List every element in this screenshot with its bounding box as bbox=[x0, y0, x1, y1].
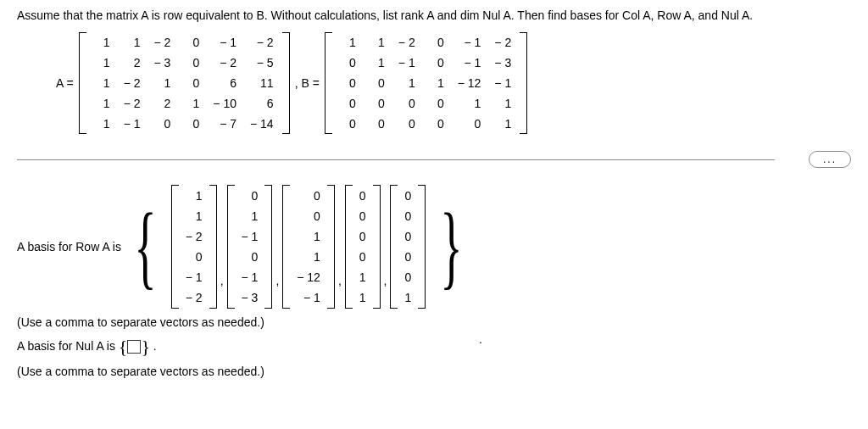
matrix-cell: 1 bbox=[487, 114, 518, 134]
matrix-cell: 0 bbox=[334, 93, 363, 114]
matrix-cell: 0 bbox=[334, 53, 363, 73]
vector-cell: 0 bbox=[236, 187, 264, 205]
matrix-cell: 1 bbox=[363, 32, 392, 53]
vector-cell: 1 bbox=[236, 207, 264, 226]
matrix-cell: − 3 bbox=[487, 53, 518, 73]
matrix-cell: 11 bbox=[243, 73, 281, 93]
column-vector: 0011− 12− 1 bbox=[282, 185, 335, 309]
matrix-cell: 0 bbox=[177, 114, 206, 134]
matrix-cell: − 1 bbox=[206, 32, 243, 53]
matrix-a: 11− 20− 1− 212− 30− 2− 51− 2106111− 221−… bbox=[79, 32, 290, 134]
matrix-cell: − 1 bbox=[451, 32, 488, 53]
matrix-cell: 1 bbox=[363, 53, 392, 73]
vector-cell: 0 bbox=[399, 207, 416, 226]
matrix-cell: 1 bbox=[88, 114, 117, 134]
vector-cell: − 3 bbox=[236, 288, 264, 307]
vector-cell: 0 bbox=[354, 248, 371, 266]
matrix-cell: 0 bbox=[363, 93, 392, 114]
matrix-b: 11− 20− 1− 201− 10− 1− 30011− 12− 100001… bbox=[325, 32, 527, 134]
left-brace-icon: { bbox=[134, 207, 156, 287]
column-vector: 01− 10− 1− 3 bbox=[227, 185, 273, 309]
comma: , bbox=[275, 274, 279, 287]
nul-basis-label: A basis for Nul A is bbox=[17, 339, 115, 353]
matrix-cell: 0 bbox=[334, 73, 363, 93]
vector-cell: − 1 bbox=[236, 227, 264, 246]
matrix-cell: − 7 bbox=[206, 114, 243, 134]
vector-cell: 0 bbox=[354, 227, 371, 246]
matrix-cell: 1 bbox=[451, 93, 488, 114]
right-brace-small-icon: } bbox=[141, 336, 150, 357]
matrix-cell: 1 bbox=[88, 53, 117, 73]
vector-cell: − 1 bbox=[181, 268, 208, 287]
matrix-cell: 0 bbox=[177, 32, 206, 53]
vector-cell: 0 bbox=[399, 268, 416, 287]
matrix-cell: − 1 bbox=[117, 114, 147, 134]
matrix-cell: 0 bbox=[422, 32, 451, 53]
matrix-cell: 0 bbox=[363, 114, 392, 134]
column-vector: 000001 bbox=[390, 185, 426, 309]
matrices-row: A = 11− 20− 1− 212− 30− 2− 51− 2106111− … bbox=[51, 32, 851, 134]
matrix-cell: − 2 bbox=[392, 32, 422, 53]
nul-period: . bbox=[153, 339, 157, 353]
divider bbox=[17, 159, 775, 160]
vector-cell: 1 bbox=[354, 288, 371, 307]
nul-basis-row: A basis for Nul A is {} . bbox=[17, 336, 851, 358]
matrix-cell: 0 bbox=[451, 114, 488, 134]
vector-cell: 1 bbox=[292, 248, 326, 266]
vector-cell: 0 bbox=[236, 248, 264, 266]
matrix-cell: − 10 bbox=[206, 93, 243, 114]
matrix-cell: − 1 bbox=[487, 73, 518, 93]
vector-cell: 1 bbox=[292, 227, 326, 246]
vector-cell: 0 bbox=[292, 187, 326, 205]
matrix-cell: − 3 bbox=[147, 53, 178, 73]
vector-cell: 1 bbox=[181, 187, 208, 205]
matrix-cell: 1 bbox=[117, 32, 147, 53]
vector-cell: − 2 bbox=[181, 227, 208, 246]
label-b: , B = bbox=[295, 76, 320, 90]
matrix-cell: 1 bbox=[422, 73, 451, 93]
vector-cell: 1 bbox=[181, 207, 208, 226]
matrix-cell: − 2 bbox=[147, 32, 178, 53]
left-brace-small-icon: { bbox=[119, 336, 128, 357]
matrix-cell: 1 bbox=[88, 93, 117, 114]
vector-cell: 0 bbox=[399, 187, 416, 205]
vector-cell: 0 bbox=[399, 248, 416, 266]
matrix-cell: 0 bbox=[177, 53, 206, 73]
matrix-cell: 1 bbox=[334, 32, 363, 53]
matrix-cell: − 1 bbox=[392, 53, 422, 73]
comma: , bbox=[220, 274, 224, 287]
matrix-cell: 1 bbox=[88, 32, 117, 53]
comma: , bbox=[338, 274, 342, 287]
question-text: Assume that the matrix A is row equivale… bbox=[17, 8, 851, 22]
more-button[interactable]: ... bbox=[809, 151, 851, 168]
matrix-cell: 1 bbox=[147, 73, 178, 93]
column-vector: 000011 bbox=[345, 185, 381, 309]
matrix-cell: 0 bbox=[422, 93, 451, 114]
vector-cell: 1 bbox=[354, 268, 371, 287]
comma: , bbox=[384, 274, 387, 287]
matrix-cell: 6 bbox=[243, 93, 281, 114]
matrix-cell: 0 bbox=[147, 114, 178, 134]
matrix-cell: − 2 bbox=[117, 73, 147, 93]
vector-cell: − 2 bbox=[181, 288, 208, 307]
vector-cell: 0 bbox=[399, 227, 416, 246]
matrix-cell: − 2 bbox=[206, 53, 243, 73]
vector-cell: 0 bbox=[354, 207, 371, 226]
vector-set: 11− 20− 1− 2,01− 10− 1− 3,0011− 12− 1,00… bbox=[170, 185, 428, 309]
vector-cell: 1 bbox=[399, 288, 416, 307]
matrix-cell: 0 bbox=[422, 114, 451, 134]
matrix-cell: 0 bbox=[392, 93, 422, 114]
answer-input[interactable] bbox=[127, 340, 141, 354]
vector-cell: 0 bbox=[354, 187, 371, 205]
matrix-cell: 0 bbox=[422, 53, 451, 73]
matrix-cell: 2 bbox=[117, 53, 147, 73]
note-1: (Use a comma to separate vectors as need… bbox=[17, 315, 851, 329]
matrix-cell: 0 bbox=[177, 73, 206, 93]
matrix-cell: 0 bbox=[334, 114, 363, 134]
period: . bbox=[479, 332, 482, 346]
label-a: A = bbox=[56, 76, 74, 90]
matrix-cell: − 5 bbox=[243, 53, 281, 73]
matrix-cell: 1 bbox=[487, 93, 518, 114]
matrix-cell: − 2 bbox=[243, 32, 281, 53]
vector-cell: − 12 bbox=[292, 268, 326, 287]
